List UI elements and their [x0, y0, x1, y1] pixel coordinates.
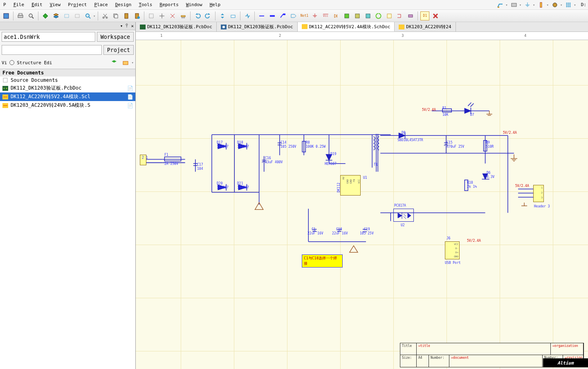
panel-pin-icon[interactable] [124, 23, 129, 29]
panel-dropdown-icon[interactable]: ▾ [120, 23, 123, 29]
tool-preview-icon[interactable] [27, 11, 36, 20]
svg-point-79 [222, 26, 225, 28]
tool-copy-icon[interactable] [111, 11, 120, 20]
menu-help[interactable]: Help [210, 2, 221, 7]
tool-move-icon[interactable] [157, 11, 166, 20]
label-j6-type: USB Port [445, 261, 461, 265]
tool-updown-icon[interactable] [218, 11, 227, 20]
viewmode-label-right: Structure Edi [17, 60, 52, 65]
svg-point-32 [137, 16, 140, 19]
tool-sheet-icon[interactable] [342, 11, 351, 20]
tool-select-icon[interactable] [147, 11, 156, 20]
menu-design[interactable]: Design [115, 2, 132, 7]
tool-paste-special-icon[interactable] [132, 11, 141, 20]
tool-find-icon[interactable] [83, 11, 92, 20]
tool-clean-icon[interactable] [179, 11, 188, 20]
svg-rect-0 [498, 7, 499, 8]
tool-undo-icon[interactable] [193, 11, 202, 20]
tree-file-sch-selected[interactable]: DK112_AC220V转5V2.4A模块.Scl 📄 [0, 92, 135, 101]
tool-note-icon[interactable] [385, 11, 394, 20]
tree-file-pcb[interactable]: DK112_DK1203验证板.PcbDoc 📄 [0, 84, 135, 92]
tree-group-label: Source Documents [11, 77, 58, 83]
tool-print-icon[interactable] [509, 0, 518, 9]
tool-bus-icon[interactable] [268, 11, 277, 20]
label-d17v: 1N4007 [217, 145, 229, 148]
svg-marker-67 [112, 60, 117, 63]
tree-file-sch[interactable]: DK1203_AC220V转24V0.5A模块.S 📄 [0, 101, 135, 110]
tab-label: DK1203_AC220V转24 [406, 24, 451, 30]
tool-gnd2-icon[interactable] [310, 11, 319, 20]
tree-group[interactable]: Source Documents [0, 76, 135, 84]
svg-marker-21 [54, 16, 58, 18]
tool-device-icon[interactable] [364, 11, 373, 20]
schematic-sheet[interactable]: 2 1 1 2 3 VCC D- D+ GND J6 USB [136, 40, 588, 369]
tool-busj-icon[interactable] [278, 11, 287, 20]
tab-sch2[interactable]: DK1203_AC220V转24 [395, 22, 456, 32]
menu-view[interactable]: View [50, 2, 61, 7]
tool-wire-icon[interactable] [257, 11, 266, 20]
app-root: P File Edit View Project Place Design To… [0, 0, 588, 369]
tool-port-icon[interactable] [395, 11, 404, 20]
panel-close-icon[interactable]: ✕ [131, 23, 134, 29]
tool-deselect-icon[interactable] [168, 11, 177, 20]
svg-marker-43 [207, 13, 210, 15]
tool-layers-icon[interactable] [52, 11, 61, 20]
tool-rect2-icon[interactable] [73, 11, 82, 20]
tab-pcb2[interactable]: DK112_DK1203验证板.PcbDoc [217, 22, 298, 32]
tool-netarrow-icon[interactable] [289, 11, 298, 20]
doc-icon: 📄 [127, 86, 133, 91]
tool-hier-icon[interactable] [229, 11, 238, 20]
tool-folder-icon[interactable] [121, 58, 130, 67]
menu-edit[interactable]: Edit [31, 2, 43, 7]
menu-file[interactable]: File [13, 2, 25, 7]
tool-close-icon[interactable] [431, 11, 440, 20]
tool-harness-icon[interactable] [406, 11, 415, 20]
tool-rect-icon[interactable] [62, 11, 71, 20]
tool-recycle-icon[interactable] [374, 11, 383, 20]
tool-cut-icon[interactable] [101, 11, 110, 20]
tool-grid-icon[interactable] [564, 0, 573, 9]
project-button[interactable]: Project [103, 45, 134, 55]
svg-marker-42 [195, 13, 198, 15]
workspace-input[interactable] [2, 32, 95, 42]
tool-gnd-icon[interactable] [523, 0, 532, 9]
tab-sch-active[interactable]: DK112_AC220V转5V2.4A模块.SchDoc [298, 22, 395, 32]
tool-part-icon[interactable] [243, 11, 252, 20]
label-c17v: 104 [197, 167, 203, 171]
tool-vcc-icon[interactable]: Vcc [321, 11, 330, 20]
tool-annotate-icon[interactable]: D1 [420, 11, 429, 20]
tool-res-icon[interactable] [536, 0, 545, 9]
svg-line-49 [281, 14, 283, 18]
menu-tools[interactable]: Tools [139, 2, 152, 7]
tool-compile-icon[interactable] [41, 11, 50, 20]
tool-layer-icon[interactable] [496, 0, 505, 9]
menu-place[interactable]: Place [94, 2, 108, 7]
tool-diode-icon[interactable] [550, 0, 559, 9]
tool-printer-icon[interactable] [16, 11, 25, 20]
panel-title: ▾ ✕ [0, 22, 135, 30]
svg-rect-29 [114, 15, 118, 18]
tab-pcb1[interactable]: DK112_DK1203验证板.PcbDoc [136, 22, 217, 32]
schematic-canvas[interactable]: 37% ↓ 0K/s 1 2 3 4 [136, 32, 588, 369]
header-j4: 1 2 3 [533, 185, 544, 202]
tool-netlabel-icon[interactable]: Net1 [300, 11, 309, 20]
svg-marker-44 [221, 14, 224, 15]
svg-marker-141 [350, 246, 358, 252]
menu-reports[interactable]: Reports [160, 2, 179, 7]
menu-project[interactable]: Project [68, 2, 87, 7]
tool-refresh-icon[interactable] [110, 58, 119, 67]
svg-rect-22 [65, 14, 69, 18]
tool-redo-icon[interactable] [204, 11, 213, 20]
tool-paste-icon[interactable] [122, 11, 131, 20]
menu-window[interactable]: Window [186, 2, 202, 7]
tool-diode2-icon[interactable] [332, 11, 341, 20]
tool-sheet-entry-icon[interactable] [353, 11, 362, 20]
menu-dxp-right[interactable]: D: [581, 2, 586, 7]
workspace-button[interactable]: Workspace [97, 32, 134, 42]
tool-save-icon[interactable] [2, 11, 11, 20]
project-tree[interactable]: Free Documents Source Documents DK112_DK… [0, 69, 135, 369]
project-display[interactable] [2, 45, 102, 55]
menu-dxp[interactable]: P [3, 2, 6, 7]
viewmode-radio[interactable] [9, 60, 14, 65]
svg-rect-30 [125, 14, 128, 18]
